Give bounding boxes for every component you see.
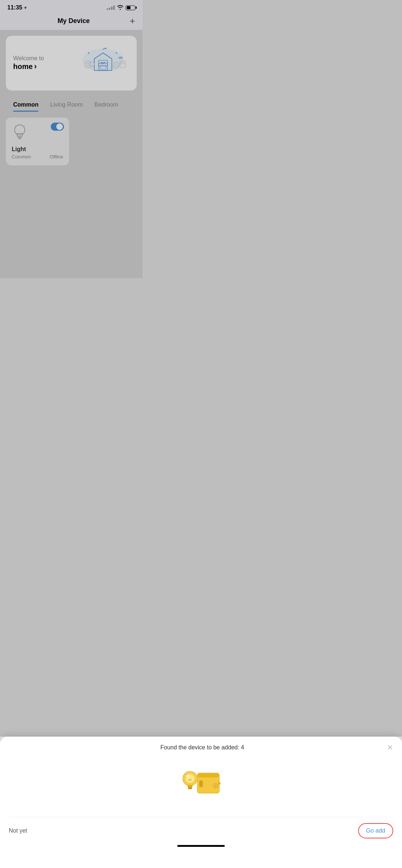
location-icon: ✈ [24, 5, 27, 10]
tabs-container: Common Living Room Bedroom [6, 98, 137, 112]
device-name: Light [12, 146, 63, 153]
page-title: My Device [18, 17, 130, 25]
svg-line-23 [15, 126, 16, 126]
svg-point-16 [123, 62, 124, 64]
device-room: Common [12, 154, 31, 160]
device-grid: Light Common Offline [6, 118, 137, 165]
toggle-knob [56, 123, 63, 130]
welcome-card[interactable]: Welcome to home ESP ✦ ✦ [6, 36, 137, 91]
battery-icon [126, 5, 135, 10]
tab-common[interactable]: Common [7, 98, 44, 112]
status-icons [107, 5, 135, 11]
status-time: 11:35 [7, 4, 22, 11]
device-meta: Common Offline [12, 154, 63, 160]
svg-line-22 [24, 126, 24, 126]
add-device-button[interactable]: + [130, 16, 135, 26]
lightbulb-icon [12, 123, 28, 142]
welcome-illustration: ESP ✦ ✦ [71, 43, 129, 83]
tab-living-room[interactable]: Living Room [44, 98, 88, 112]
svg-text:✦: ✦ [87, 51, 90, 55]
device-toggle-light[interactable] [51, 123, 64, 131]
device-status: Offline [50, 154, 63, 160]
svg-text:✦: ✦ [115, 51, 118, 55]
wifi-icon [117, 5, 124, 11]
status-bar: 11:35 ✈ [0, 0, 143, 13]
main-content: Welcome to home ESP ✦ ✦ [0, 30, 143, 278]
signal-icon [107, 5, 115, 10]
tab-bedroom[interactable]: Bedroom [88, 98, 124, 112]
nav-bar: My Device + [0, 13, 143, 30]
svg-text:ESP: ESP [101, 62, 106, 64]
welcome-text: Welcome to home [13, 55, 71, 71]
device-card-light[interactable]: Light Common Offline [6, 118, 69, 165]
welcome-label: Welcome to [13, 55, 71, 62]
home-link[interactable]: home [13, 62, 71, 71]
